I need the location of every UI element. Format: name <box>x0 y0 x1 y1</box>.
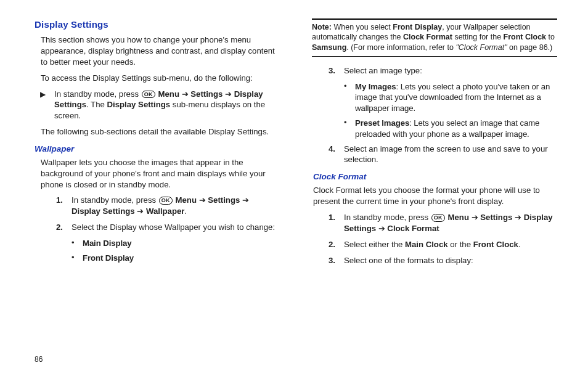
step-number: 1. <box>52 195 63 217</box>
bullet-icon: • <box>344 118 350 140</box>
step-body: Select one of the formats to display: <box>344 255 557 266</box>
front-display-label: Front Display <box>393 23 442 31</box>
step-row: 4. Select an image from the screen to us… <box>324 144 557 166</box>
instruction-row: ▶ In standby mode, press OK Menu ➔ Setti… <box>35 89 280 121</box>
step-body: Select either the Main Clock or the Fron… <box>344 239 557 250</box>
step-number: 4. <box>324 144 335 166</box>
text: . <box>184 206 187 216</box>
bullet-item: • Preset Images: Lets you select an imag… <box>344 118 557 140</box>
step-body: Select the Display whose Wallpaper you w… <box>71 222 280 233</box>
main-clock-label: Main Clock <box>405 240 448 249</box>
bullet-list: • My Images: Lets you select a photo you… <box>344 81 557 140</box>
wallpaper-label: Wallpaper <box>146 206 185 216</box>
clock-format-label: Clock Format <box>387 224 439 233</box>
wallpaper-intro: Wallpaper lets you choose the images tha… <box>41 157 280 190</box>
arrow-icon: ➔ <box>376 224 387 233</box>
bullet-list: • Main Display • Front Display <box>71 238 280 264</box>
step-row: 1. In standby mode, press OK Menu ➔ Sett… <box>52 195 280 217</box>
section-heading: Display Settings <box>35 18 280 31</box>
display-settings-label: Display Settings <box>71 206 137 216</box>
bullet-label: Main Display <box>83 238 280 249</box>
preset-images-label: Preset Images <box>355 118 409 128</box>
step-row: 2. Select either the Main Clock or the F… <box>324 239 557 250</box>
subsection-intro: The following sub-sections detail the av… <box>41 126 280 137</box>
step-body: In standby mode, press OK Menu ➔ Setting… <box>71 195 280 217</box>
bullet-icon: • <box>344 81 350 114</box>
bullet-label: Front Display <box>83 253 280 264</box>
front-clock-label: Front Clock <box>473 240 518 249</box>
step-row: 2. Select the Display whose Wallpaper yo… <box>52 222 280 233</box>
step-row: 3. Select an image type: <box>324 65 557 76</box>
step-body: Select an image from the screen to use a… <box>344 144 557 166</box>
text: or the <box>448 240 473 249</box>
text: on page 86.) <box>507 43 553 52</box>
arrow-icon: ➔ <box>240 195 249 205</box>
samsung-label: Samsung <box>312 43 346 52</box>
text: . <box>518 240 521 249</box>
bullet-item: • Front Display <box>71 253 280 264</box>
step-number: 1. <box>324 212 335 234</box>
subsection-heading: Clock Format <box>313 171 557 182</box>
step-number: 2. <box>52 222 63 233</box>
bullet-item: • My Images: Lets you select a photo you… <box>344 81 557 114</box>
settings-label: Settings <box>190 89 223 99</box>
my-images-label: My Images <box>355 82 396 91</box>
text: . The <box>86 100 107 109</box>
step-body: Select an image type: <box>344 65 557 76</box>
ok-key-icon: OK <box>159 197 173 205</box>
text: In standby mode, press <box>344 213 431 222</box>
text: . (For more information, refer to <box>346 43 455 52</box>
menu-label: Menu <box>176 195 197 205</box>
intro-paragraph: This section shows you how to change you… <box>41 35 280 67</box>
arrow-icon: ➔ <box>469 213 480 222</box>
text: setting for the <box>452 33 504 41</box>
step-body: In standby mode, press OK Menu ➔ Setting… <box>344 212 557 234</box>
clock-format-intro: Clock Format lets you choose the format … <box>313 185 557 207</box>
bullet-body: My Images: Lets you select a photo you'v… <box>355 81 557 114</box>
page-number: 86 <box>35 355 43 364</box>
text: In standby mode, press <box>54 89 141 99</box>
instruction-body: In standby mode, press OK Menu ➔ Setting… <box>54 89 280 121</box>
settings-label: Settings <box>208 195 240 205</box>
document-page: Display Settings This section shows you … <box>0 0 588 345</box>
step-row: 1. In standby mode, press OK Menu ➔ Sett… <box>324 212 557 234</box>
arrow-icon: ➔ <box>512 213 523 222</box>
subsection-heading: Wallpaper <box>35 144 280 155</box>
ok-key-icon: OK <box>431 214 445 222</box>
step-number: 3. <box>324 65 335 76</box>
menu-label: Menu <box>448 213 469 222</box>
arrow-icon: ➔ <box>179 89 190 99</box>
text: In standby mode, press <box>71 195 158 205</box>
bullet-icon: • <box>71 238 78 249</box>
triangle-bullet-icon: ▶ <box>35 89 46 121</box>
note-box: Note: When you select Front Display, you… <box>312 18 557 57</box>
text: to <box>546 33 555 41</box>
bullet-body: Preset Images: Lets you select an image … <box>355 118 557 140</box>
step-number: 3. <box>324 255 335 266</box>
left-column: Display Settings This section shows you … <box>35 18 280 333</box>
note-label: Note: <box>312 23 332 31</box>
front-clock-label: Front Clock <box>504 33 546 41</box>
clock-format-label: Clock Format <box>403 33 452 41</box>
bullet-item: • Main Display <box>71 238 280 249</box>
right-column: Note: When you select Front Display, you… <box>312 18 557 333</box>
arrow-icon: ➔ <box>197 195 208 205</box>
access-paragraph: To access the Display Settings sub-menu,… <box>41 73 280 84</box>
arrow-icon: ➔ <box>137 206 146 216</box>
bullet-icon: • <box>71 253 78 264</box>
step-row: 3. Select one of the formats to display: <box>324 255 557 266</box>
display-settings-label: Display Settings <box>107 100 171 109</box>
ok-key-icon: OK <box>142 91 155 99</box>
arrow-icon: ➔ <box>223 89 234 99</box>
reference-text: "Clock Format" <box>455 43 507 52</box>
text: Select either the <box>344 240 405 249</box>
settings-label: Settings <box>480 213 512 222</box>
text: When you select <box>332 23 393 31</box>
step-number: 2. <box>324 239 335 250</box>
menu-label: Menu <box>158 89 179 99</box>
